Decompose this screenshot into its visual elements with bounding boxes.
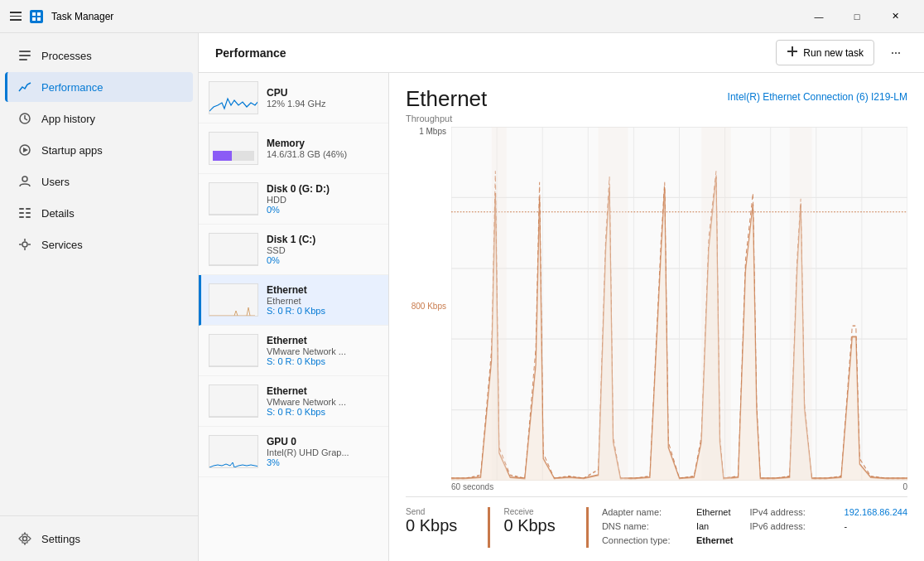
sidebar-label-processes: Processes: [41, 50, 92, 62]
svg-rect-2: [32, 17, 36, 21]
sidebar-item-performance[interactable]: Performance: [5, 72, 193, 102]
cpu-name: CPU: [267, 87, 378, 99]
ethernet3-thumbnail: [209, 384, 258, 418]
svg-rect-11: [19, 208, 24, 210]
svg-rect-6: [19, 59, 27, 60]
info-table: Adapter name: Ethernet IPv4 address: 192…: [602, 507, 907, 548]
content-header: Performance Run new task ⋯: [199, 33, 924, 73]
y-axis: 1 Mbps 800 Kbps: [406, 127, 451, 493]
details-icon: [18, 206, 31, 220]
sidebar-item-apphistory[interactable]: App history: [5, 104, 193, 133]
memory-thumbnail: [209, 132, 258, 165]
connection-type-key: Connection type:: [602, 535, 693, 545]
maximize-button[interactable]: □: [838, 3, 876, 30]
perf-item-gpu0[interactable]: GPU 0 Intel(R) UHD Grap... 3%: [199, 427, 388, 477]
svg-rect-15: [19, 216, 24, 218]
receive-label: Receive: [503, 507, 572, 516]
dns-name-key: DNS name:: [602, 521, 693, 531]
svg-point-10: [22, 177, 27, 181]
svg-rect-48: [701, 127, 731, 481]
perf-item-ethernet2[interactable]: Ethernet VMware Network ... S: 0 R: 0 Kb…: [199, 326, 388, 376]
svg-rect-12: [26, 208, 31, 210]
disk0-thumbnail: [209, 182, 258, 215]
cpu-sub: 12% 1.94 GHz: [267, 99, 378, 109]
sidebar-label-users: Users: [41, 176, 70, 188]
sidebar-item-processes[interactable]: Processes: [5, 41, 193, 70]
disk0-sub: HDD: [267, 195, 378, 205]
apphistory-icon: [18, 112, 31, 125]
sidebar-item-users[interactable]: Users: [5, 167, 193, 196]
ethernet2-thumbnail: [209, 334, 258, 367]
disk0-name: Disk 0 (G: D:): [267, 183, 378, 195]
x-axis: 60 seconds 0: [451, 481, 907, 493]
minimize-button[interactable]: —: [800, 3, 838, 30]
adapter-name-val: Ethernet: [696, 507, 731, 517]
ipv4-val: 192.168.86.244: [845, 507, 907, 517]
ipv4-key: IPv4 address:: [750, 507, 841, 517]
disk0-val: 0%: [267, 205, 378, 215]
ipv6-key: IPv6 address:: [750, 521, 841, 531]
sidebar-label-details: Details: [41, 207, 75, 220]
content-body: CPU 12% 1.94 GHz Memory 14.6/31.8 GB (46…: [199, 73, 924, 561]
perf-item-cpu[interactable]: CPU 12% 1.94 GHz: [199, 73, 388, 123]
sidebar-item-startupapps[interactable]: Startup apps: [5, 135, 193, 165]
chart-container: 1 Mbps 800 Kbps: [406, 127, 907, 493]
hamburger-menu[interactable]: [10, 12, 22, 21]
svg-rect-46: [492, 127, 507, 481]
memory-sub: 14.6/31.8 GB (46%): [267, 149, 378, 159]
svg-rect-5: [19, 55, 31, 56]
perf-item-ethernet1[interactable]: Ethernet Ethernet S: 0 R: 0 Kbps: [199, 275, 388, 326]
y-mid-label: 800 Kbps: [411, 302, 446, 311]
startup-icon: [18, 143, 31, 157]
gpu0-thumbnail: [209, 435, 258, 468]
content-area: Performance Run new task ⋯: [199, 33, 924, 561]
svg-point-22: [23, 537, 27, 541]
svg-rect-14: [26, 212, 31, 214]
send-label: Send: [406, 507, 474, 516]
processes-icon: [18, 49, 31, 62]
svg-rect-47: [599, 127, 628, 481]
sidebar-bottom: Settings: [0, 515, 198, 554]
run-new-task-label: Run new task: [803, 47, 864, 59]
app-icon: [30, 10, 43, 23]
sidebar-label-apphistory: App history: [41, 113, 95, 125]
titlebar: Task Manager — □ ✕: [0, 0, 924, 33]
sidebar-label-settings: Settings: [41, 533, 80, 545]
perf-item-memory[interactable]: Memory 14.6/31.8 GB (46%): [199, 123, 388, 174]
sidebar-item-details[interactable]: Details: [5, 198, 193, 228]
memory-name: Memory: [267, 138, 378, 149]
content-title: Performance: [215, 46, 766, 60]
svg-marker-9: [23, 148, 28, 152]
run-new-task-icon: [787, 46, 798, 60]
more-options-icon: ⋯: [891, 47, 901, 59]
y-max-label: 1 Mbps: [419, 127, 446, 136]
perf-item-ethernet3[interactable]: Ethernet VMware Network ... S: 0 R: 0 Kb…: [199, 376, 388, 427]
svg-rect-3: [37, 17, 41, 21]
disk1-val: 0%: [267, 255, 378, 265]
disk1-name: Disk 1 (C:): [267, 234, 378, 245]
run-new-task-button[interactable]: Run new task: [776, 40, 874, 65]
performance-list: CPU 12% 1.94 GHz Memory 14.6/31.8 GB (46…: [199, 73, 389, 561]
svg-rect-13: [19, 212, 24, 214]
send-block: Send 0 Kbps: [406, 507, 490, 548]
receive-value: 0 Kbps: [503, 516, 572, 535]
svg-rect-1: [37, 12, 41, 16]
chart-subtitle: Intel(R) Ethernet Connection (6) I219-LM: [728, 91, 907, 103]
more-options-button[interactable]: ⋯: [884, 42, 907, 64]
close-button[interactable]: ✕: [876, 3, 914, 30]
sidebar-item-services[interactable]: Services: [5, 230, 193, 259]
ethernet3-name: Ethernet: [267, 385, 378, 397]
throughput-label: Throughput: [406, 114, 487, 123]
perf-item-disk0[interactable]: Disk 0 (G: D:) HDD 0%: [199, 174, 388, 225]
dns-name-val: Ian: [696, 521, 709, 531]
users-icon: [18, 175, 31, 188]
perf-item-disk1[interactable]: Disk 1 (C:) SSD 0%: [199, 225, 388, 275]
sidebar-item-settings[interactable]: Settings: [5, 524, 193, 554]
ethernet1-val: S: 0 R: 0 Kbps: [267, 306, 378, 316]
svg-rect-0: [32, 12, 36, 16]
disk1-thumbnail: [209, 233, 258, 266]
svg-rect-16: [26, 216, 31, 218]
svg-rect-24: [787, 51, 797, 52]
chart-main-title: Ethernet: [406, 86, 487, 112]
stats-row: Send 0 Kbps Receive 0 Kbps Adapter name:…: [406, 496, 907, 548]
